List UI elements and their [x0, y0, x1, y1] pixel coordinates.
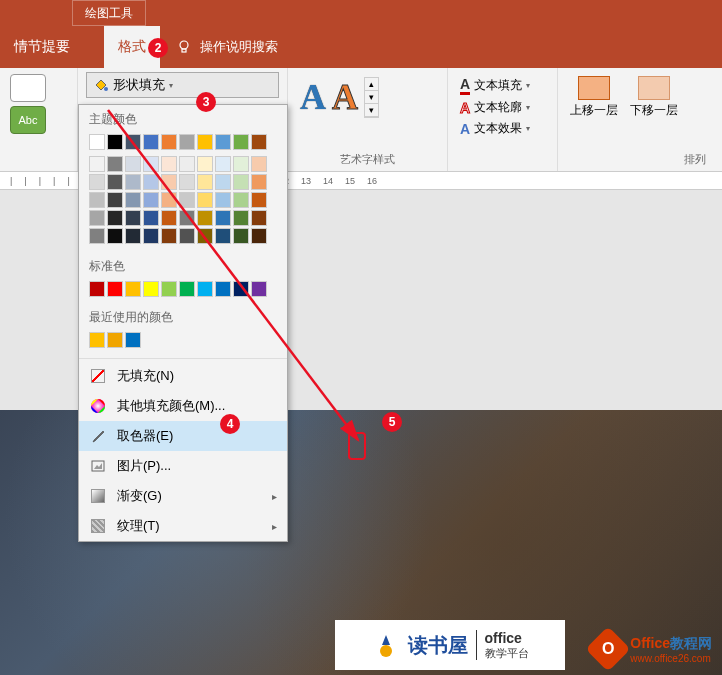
color-swatch[interactable]: [179, 228, 195, 244]
color-swatch[interactable]: [89, 228, 105, 244]
color-swatch[interactable]: [143, 156, 159, 172]
color-swatch[interactable]: [233, 156, 249, 172]
eyedropper-item[interactable]: 取色器(E): [79, 421, 287, 451]
color-swatch[interactable]: [107, 134, 123, 150]
color-swatch[interactable]: [251, 156, 267, 172]
color-swatch[interactable]: [107, 332, 123, 348]
wordart-style[interactable]: A: [300, 76, 326, 118]
annotation-badge-2: 2: [148, 38, 168, 58]
color-swatch[interactable]: [89, 332, 105, 348]
color-swatch[interactable]: [179, 281, 195, 297]
color-swatch[interactable]: [197, 281, 213, 297]
send-backward-button[interactable]: 下移一层: [630, 76, 678, 119]
color-swatch[interactable]: [107, 210, 123, 226]
color-swatch[interactable]: [161, 210, 177, 226]
color-swatch[interactable]: [233, 192, 249, 208]
color-swatch[interactable]: [89, 210, 105, 226]
color-swatch[interactable]: [125, 192, 141, 208]
color-swatch[interactable]: [197, 228, 213, 244]
color-swatch[interactable]: [179, 134, 195, 150]
recent-color-row: [79, 332, 287, 356]
color-swatch[interactable]: [107, 174, 123, 190]
gallery-nav[interactable]: ▴▾▾: [364, 77, 379, 118]
text-fill-button[interactable]: A文本填充▾: [460, 76, 545, 95]
color-swatch[interactable]: [179, 156, 195, 172]
color-swatch[interactable]: [197, 174, 213, 190]
color-swatch[interactable]: [89, 134, 105, 150]
color-swatch[interactable]: [89, 174, 105, 190]
color-swatch[interactable]: [161, 174, 177, 190]
color-swatch[interactable]: [251, 174, 267, 190]
shape-style-sample[interactable]: Abc: [10, 106, 46, 134]
color-swatch[interactable]: [251, 281, 267, 297]
color-swatch[interactable]: [179, 174, 195, 190]
standard-color-row: [79, 281, 287, 303]
shape-fill-button[interactable]: 形状填充 ▾: [86, 72, 279, 98]
tab-summary[interactable]: 情节提要: [0, 26, 84, 68]
color-swatch[interactable]: [215, 156, 231, 172]
color-swatch[interactable]: [251, 192, 267, 208]
color-swatch[interactable]: [143, 134, 159, 150]
text-outline-button[interactable]: A文本轮廓▾: [460, 99, 545, 116]
color-swatch[interactable]: [161, 134, 177, 150]
shape-style-sample[interactable]: [10, 74, 46, 102]
annotation-highlight: [348, 432, 366, 460]
color-swatch[interactable]: [161, 192, 177, 208]
no-fill-item[interactable]: 无填充(N): [79, 361, 287, 391]
picture-fill-item[interactable]: 图片(P)...: [79, 451, 287, 481]
color-swatch[interactable]: [233, 210, 249, 226]
color-swatch[interactable]: [215, 134, 231, 150]
color-swatch[interactable]: [125, 228, 141, 244]
color-swatch[interactable]: [143, 210, 159, 226]
color-swatch[interactable]: [233, 281, 249, 297]
color-swatch[interactable]: [215, 228, 231, 244]
tab-format[interactable]: 格式 2: [104, 26, 160, 68]
color-swatch[interactable]: [215, 210, 231, 226]
color-swatch[interactable]: [215, 192, 231, 208]
color-swatch[interactable]: [107, 192, 123, 208]
color-swatch[interactable]: [107, 228, 123, 244]
wordart-style[interactable]: A: [332, 76, 358, 118]
color-swatch[interactable]: [233, 174, 249, 190]
color-swatch[interactable]: [125, 210, 141, 226]
color-swatch[interactable]: [251, 134, 267, 150]
color-swatch[interactable]: [179, 210, 195, 226]
color-swatch[interactable]: [251, 228, 267, 244]
color-swatch[interactable]: [161, 281, 177, 297]
color-swatch[interactable]: [197, 192, 213, 208]
text-effects-button[interactable]: A文本效果▾: [460, 120, 545, 137]
color-swatch[interactable]: [197, 134, 213, 150]
color-swatch[interactable]: [161, 228, 177, 244]
color-swatch[interactable]: [143, 281, 159, 297]
color-swatch[interactable]: [125, 134, 141, 150]
color-swatch[interactable]: [179, 192, 195, 208]
color-swatch[interactable]: [125, 174, 141, 190]
color-swatch[interactable]: [143, 228, 159, 244]
bring-forward-button[interactable]: 上移一层: [570, 76, 618, 119]
color-swatch[interactable]: [215, 281, 231, 297]
arrange-group-label: 排列: [566, 150, 714, 167]
color-swatch[interactable]: [89, 281, 105, 297]
color-swatch[interactable]: [125, 281, 141, 297]
more-colors-item[interactable]: 其他填充颜色(M)...: [79, 391, 287, 421]
tell-me-search[interactable]: 操作说明搜索: [200, 38, 278, 56]
color-swatch[interactable]: [143, 192, 159, 208]
color-swatch[interactable]: [215, 174, 231, 190]
color-swatch[interactable]: [107, 281, 123, 297]
arrange-group: 上移一层 下移一层 排列: [558, 68, 722, 171]
color-swatch[interactable]: [125, 156, 141, 172]
color-swatch[interactable]: [233, 228, 249, 244]
color-swatch[interactable]: [197, 156, 213, 172]
color-swatch[interactable]: [143, 174, 159, 190]
color-swatch[interactable]: [251, 210, 267, 226]
color-swatch[interactable]: [197, 210, 213, 226]
annotation-badge-3: 3: [196, 92, 216, 112]
color-swatch[interactable]: [89, 156, 105, 172]
color-swatch[interactable]: [89, 192, 105, 208]
color-swatch[interactable]: [125, 332, 141, 348]
texture-fill-item[interactable]: 纹理(T) ▸: [79, 511, 287, 541]
color-swatch[interactable]: [233, 134, 249, 150]
color-swatch[interactable]: [161, 156, 177, 172]
gradient-fill-item[interactable]: 渐变(G) ▸: [79, 481, 287, 511]
color-swatch[interactable]: [107, 156, 123, 172]
